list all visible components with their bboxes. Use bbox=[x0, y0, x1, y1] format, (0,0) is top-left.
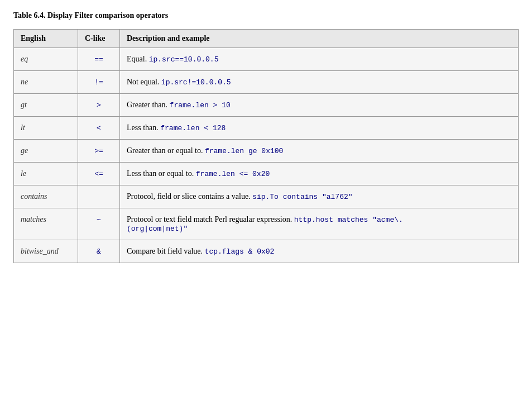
cell-description: Less than or equal to. frame.len <= 0x20 bbox=[120, 163, 519, 185]
code-text: frame.len < 128 bbox=[160, 124, 226, 132]
cell-clike: & bbox=[78, 240, 120, 263]
table-title: Table 6.4. Display Filter comparison ope… bbox=[13, 11, 519, 20]
table-header-row: English C-like Description and example bbox=[14, 30, 519, 48]
cell-english: contains bbox=[14, 185, 78, 208]
code-text: tcp.flags & 0x02 bbox=[205, 247, 275, 256]
code-text: ip.src!=10.0.0.5 bbox=[161, 78, 231, 87]
cell-clike: > bbox=[78, 94, 120, 117]
cell-description: Not equal. ip.src!=10.0.0.5 bbox=[120, 71, 519, 94]
table-row: containsProtocol, field or slice contain… bbox=[14, 185, 519, 208]
cell-description: Protocol, field or slice contains a valu… bbox=[120, 185, 519, 208]
header-english: English bbox=[14, 30, 78, 48]
cell-description: Less than. frame.len < 128 bbox=[120, 117, 519, 140]
table-row: eq==Equal. ip.src==10.0.0.5 bbox=[14, 48, 519, 71]
cell-english: le bbox=[14, 163, 78, 185]
cell-clike bbox=[78, 185, 120, 208]
cell-english: ne bbox=[14, 71, 78, 94]
comparison-operators-table: English C-like Description and example e… bbox=[13, 29, 519, 263]
description-text: Less than or equal to. bbox=[127, 169, 196, 178]
code-text-2: (org|com|net)" bbox=[127, 225, 188, 233]
cell-english: ge bbox=[14, 140, 78, 163]
table-row: le<=Less than or equal to. frame.len <= … bbox=[14, 163, 519, 185]
cell-clike: == bbox=[78, 48, 120, 71]
description-text: Greater than or equal to. bbox=[127, 146, 205, 155]
table-row: matches~Protocol or text field match Per… bbox=[14, 208, 519, 240]
table-row: ne!=Not equal. ip.src!=10.0.0.5 bbox=[14, 71, 519, 94]
cell-english: matches bbox=[14, 208, 78, 240]
table-row: lt<Less than. frame.len < 128 bbox=[14, 117, 519, 140]
description-text: Protocol, field or slice contains a valu… bbox=[127, 192, 252, 201]
code-text: frame.len ge 0x100 bbox=[205, 147, 283, 155]
description-text: Equal. bbox=[127, 55, 149, 63]
cell-description: Protocol or text field match Perl regual… bbox=[120, 208, 519, 240]
cell-english: gt bbox=[14, 94, 78, 117]
code-text: ip.src==10.0.0.5 bbox=[149, 55, 219, 64]
cell-clike: != bbox=[78, 71, 120, 94]
header-description: Description and example bbox=[120, 30, 519, 48]
cell-clike: < bbox=[78, 117, 120, 140]
description-text: Less than. bbox=[127, 123, 160, 132]
table-row: bitwise_and&Compare bit field value. tcp… bbox=[14, 240, 519, 263]
header-clike: C-like bbox=[78, 30, 120, 48]
table-row: gt>Greater than. frame.len > 10 bbox=[14, 94, 519, 117]
cell-english: eq bbox=[14, 48, 78, 71]
code-text: sip.To contains "al762" bbox=[252, 193, 352, 201]
code-text: frame.len <= 0x20 bbox=[196, 170, 270, 178]
cell-clike: >= bbox=[78, 140, 120, 163]
cell-english: bitwise_and bbox=[14, 240, 78, 263]
code-text: frame.len > 10 bbox=[170, 101, 231, 109]
description-text: Not equal. bbox=[127, 78, 161, 86]
cell-description: Greater than. frame.len > 10 bbox=[120, 94, 519, 117]
description-text: Protocol or text field match Perl regual… bbox=[127, 215, 294, 223]
description-text: Greater than. bbox=[127, 101, 170, 109]
table-row: ge>=Greater than or equal to. frame.len … bbox=[14, 140, 519, 163]
cell-description: Equal. ip.src==10.0.0.5 bbox=[120, 48, 519, 71]
cell-clike: <= bbox=[78, 163, 120, 185]
description-text: Compare bit field value. bbox=[127, 247, 205, 255]
code-text: http.host matches "acme\. bbox=[294, 216, 403, 224]
cell-description: Compare bit field value. tcp.flags & 0x0… bbox=[120, 240, 519, 263]
cell-clike: ~ bbox=[78, 208, 120, 240]
cell-description: Greater than or equal to. frame.len ge 0… bbox=[120, 140, 519, 163]
cell-english: lt bbox=[14, 117, 78, 140]
